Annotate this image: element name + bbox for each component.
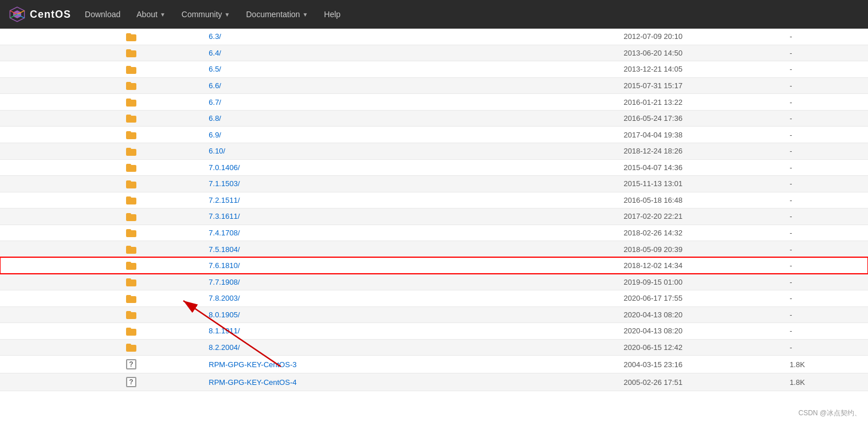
file-date-cell: 2016-05-18 16:48	[619, 192, 785, 208]
file-name-cell[interactable]: 8.2.2004/	[204, 339, 619, 356]
folder-icon	[126, 278, 136, 286]
file-link[interactable]: 6.4/	[209, 49, 221, 57]
file-size-cell: -	[785, 94, 868, 111]
file-date-cell: 2012-07-09 20:10	[619, 29, 785, 45]
nav-about[interactable]: About ▼	[128, 0, 174, 29]
table-row: 8.1.1911/2020-04-13 08:20-	[0, 323, 868, 340]
file-link[interactable]: 7.8.2003/	[209, 294, 239, 302]
table-row: 7.4.1708/2018-02-26 14:32-	[0, 225, 868, 241]
file-link[interactable]: 7.1.1503/	[209, 179, 239, 188]
table-row: 6.3/2012-07-09 20:10-	[0, 29, 868, 45]
file-link[interactable]: 7.0.1406/	[209, 163, 239, 172]
file-link[interactable]: 6.3/	[209, 32, 221, 41]
file-name-cell[interactable]: 6.4/	[204, 45, 619, 61]
file-name-cell[interactable]: 7.1.1503/	[204, 176, 619, 192]
file-size-cell: -	[785, 127, 868, 143]
table-row: 6.4/2013-06-20 14:50-	[0, 45, 868, 61]
file-name-cell[interactable]: RPM-GPG-KEY-CentOS-4	[204, 373, 619, 391]
table-row: 7.0.1406/2015-04-07 14:36-	[0, 159, 868, 176]
file-link[interactable]: 8.1.1911/	[209, 326, 239, 335]
file-link[interactable]: 6.5/	[209, 65, 221, 73]
file-icon-cell	[0, 257, 204, 274]
community-dropdown-arrow: ▼	[225, 11, 230, 18]
file-link[interactable]: 7.6.1810/	[209, 261, 239, 270]
file-name-cell[interactable]: 6.8/	[204, 110, 619, 127]
nav-documentation[interactable]: Documentation ▼	[238, 0, 316, 29]
file-icon-cell	[0, 208, 204, 225]
nav-help[interactable]: Help	[316, 0, 349, 29]
file-name-cell[interactable]: 6.7/	[204, 94, 619, 111]
folder-icon	[126, 33, 136, 41]
file-name-cell[interactable]: 6.3/	[204, 29, 619, 45]
file-link[interactable]: 7.2.1511/	[209, 196, 239, 204]
table-row: 6.7/2016-01-21 13:22-	[0, 94, 868, 111]
file-name-cell[interactable]: 6.10/	[204, 143, 619, 159]
file-name-cell[interactable]: 6.6/	[204, 77, 619, 94]
file-name-cell[interactable]: 7.7.1908/	[204, 274, 619, 290]
table-row: 7.6.1810/2018-12-02 14:34-	[0, 257, 868, 274]
file-name-cell[interactable]: 6.9/	[204, 127, 619, 143]
file-link[interactable]: 6.8/	[209, 114, 221, 123]
file-link[interactable]: 7.5.1804/	[209, 245, 239, 254]
file-link[interactable]: 6.7/	[209, 98, 221, 107]
file-link[interactable]: 6.6/	[209, 81, 221, 90]
file-icon-cell	[0, 176, 204, 192]
file-size-cell: -	[785, 77, 868, 94]
file-name-cell[interactable]: 7.3.1611/	[204, 208, 619, 225]
file-link[interactable]: 6.9/	[209, 131, 221, 139]
file-date-cell: 2018-12-24 18:26	[619, 143, 785, 159]
file-link[interactable]: 7.4.1708/	[209, 229, 239, 237]
table-row: 6.6/2015-07-31 15:17-	[0, 77, 868, 94]
folder-icon	[126, 295, 136, 303]
file-listing-table: 6.3/2012-07-09 20:10-6.4/2013-06-20 14:5…	[0, 29, 868, 391]
file-link[interactable]: 8.2.2004/	[209, 343, 239, 352]
folder-icon	[126, 196, 136, 204]
file-link[interactable]: 8.0.1905/	[209, 310, 239, 319]
nav-download[interactable]: Download	[77, 0, 128, 29]
file-icon-cell: ?	[0, 356, 204, 373]
file-size-cell: -	[785, 323, 868, 340]
folder-icon	[126, 66, 136, 74]
file-date-cell: 2020-04-13 08:20	[619, 323, 785, 340]
file-date-cell: 2018-05-09 20:39	[619, 241, 785, 258]
table-row: 7.2.1511/2016-05-18 16:48-	[0, 192, 868, 208]
folder-icon	[126, 99, 136, 107]
file-date-cell: 2015-07-31 15:17	[619, 77, 785, 94]
nav-community[interactable]: Community ▼	[174, 0, 238, 29]
file-name-cell[interactable]: 7.0.1406/	[204, 159, 619, 176]
file-link[interactable]: 7.3.1611/	[209, 212, 239, 221]
file-link[interactable]: RPM-GPG-KEY-CentOS-3	[209, 360, 296, 369]
folder-icon	[126, 148, 136, 156]
file-name-cell[interactable]: 7.6.1810/	[204, 257, 619, 274]
file-name-cell[interactable]: 8.1.1911/	[204, 323, 619, 340]
file-size-cell: -	[785, 241, 868, 258]
file-link[interactable]: 6.10/	[209, 147, 225, 155]
file-size-cell: -	[785, 61, 868, 78]
file-date-cell: 2005-02-26 17:51	[619, 373, 785, 391]
folder-icon	[126, 229, 136, 237]
file-name-cell[interactable]: 7.2.1511/	[204, 192, 619, 208]
file-name-cell[interactable]: 7.5.1804/	[204, 241, 619, 258]
file-size-cell: -	[785, 225, 868, 241]
folder-icon	[126, 311, 136, 319]
file-name-cell[interactable]: 7.8.2003/	[204, 290, 619, 307]
table-row: 6.8/2016-05-24 17:36-	[0, 110, 868, 127]
file-name-cell[interactable]: 7.4.1708/	[204, 225, 619, 241]
file-name-cell[interactable]: 6.5/	[204, 61, 619, 78]
logo[interactable]: CentOS	[9, 6, 71, 22]
folder-icon	[126, 328, 136, 336]
file-size-cell: -	[785, 110, 868, 127]
folder-icon	[126, 180, 136, 188]
folder-icon	[126, 131, 136, 139]
file-name-cell[interactable]: RPM-GPG-KEY-CentOS-3	[204, 356, 619, 373]
file-size-cell: 1.8K	[785, 373, 868, 391]
file-icon-cell	[0, 339, 204, 356]
table-row: 6.5/2013-12-21 14:05-	[0, 61, 868, 78]
file-icon-cell	[0, 110, 204, 127]
file-link[interactable]: 7.7.1908/	[209, 278, 239, 286]
file-name-cell[interactable]: 8.0.1905/	[204, 306, 619, 323]
file-link[interactable]: RPM-GPG-KEY-CentOS-4	[209, 378, 296, 387]
table-row: 7.5.1804/2018-05-09 20:39-	[0, 241, 868, 258]
file-size-cell: -	[785, 257, 868, 274]
file-icon-cell	[0, 29, 204, 45]
